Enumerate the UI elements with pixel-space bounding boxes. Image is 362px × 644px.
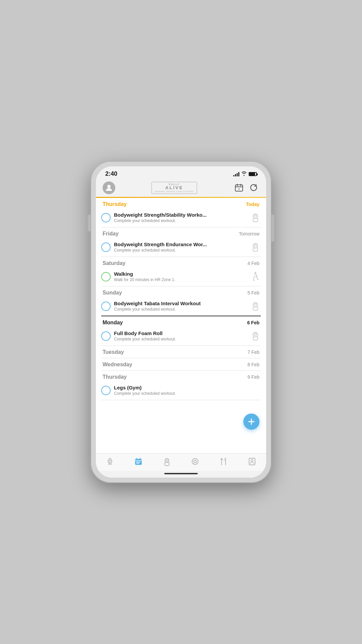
wifi-icon <box>241 171 247 177</box>
food-icon <box>220 458 227 468</box>
svg-point-30 <box>166 460 168 462</box>
walking-icon <box>250 271 261 282</box>
workout-subtitle: Complete your scheduled workout. <box>114 307 247 312</box>
day-header: Tuesday 7 Feb <box>96 346 266 357</box>
workout-item[interactable]: Bodyweight Strength/Stability Worko... C… <box>96 209 266 226</box>
tab-item-achievements[interactable] <box>181 456 209 470</box>
kettlebell-icon <box>250 301 261 312</box>
kettlebell-icon <box>250 331 261 341</box>
svg-point-10 <box>255 272 256 273</box>
day-name: Saturday <box>103 260 125 266</box>
day-date: 9 Feb <box>247 374 259 380</box>
day-section-thursday-9feb: Thursday 9 Feb Legs (Gym) Complete your … <box>96 371 266 400</box>
tab-item-kettlebell[interactable] <box>153 456 181 470</box>
day-divider <box>101 400 261 400</box>
svg-point-12 <box>254 304 256 306</box>
svg-point-29 <box>165 459 169 463</box>
svg-point-7 <box>254 215 256 217</box>
star-icon <box>191 458 199 468</box>
day-name: Wednesday <box>103 362 132 368</box>
workout-title: Bodyweight Strength/Stability Worko... <box>114 212 247 218</box>
workout-item[interactable]: Legs (Gym) Complete your scheduled worko… <box>96 382 266 399</box>
header-actions: T <box>233 182 259 194</box>
tab-item-calendar[interactable] <box>124 456 153 470</box>
checkbox-circle[interactable] <box>101 243 111 252</box>
workout-item[interactable]: Bodyweight Tabata Interval Workout Compl… <box>96 298 266 315</box>
avatar[interactable] <box>103 181 115 194</box>
day-header: Thursday Today <box>96 198 266 209</box>
calendar-tab-icon <box>134 458 142 468</box>
day-section-monday: Monday 6 Feb Full Body Foam Roll Complet… <box>96 316 266 346</box>
checkbox-circle[interactable] <box>101 213 111 222</box>
day-header: Sunday 5 Feb <box>96 286 266 298</box>
day-date: 5 Feb <box>247 290 259 296</box>
day-header: Friday Tomorrow <box>96 227 266 239</box>
day-section-sunday: Sunday 5 Feb Bodyweight Tabata Interval … <box>96 286 266 316</box>
checkbox-circle[interactable] <box>101 302 111 311</box>
signal-bars-icon <box>233 172 239 176</box>
app-header: FULLY ALIVE PERSONAL TRAINING & HEALTH S… <box>96 179 266 197</box>
checkbox-circle[interactable] <box>101 272 111 281</box>
workout-subtitle: Walk for 20 minutes in HR Zone 1. <box>114 277 247 282</box>
calendar-button[interactable]: T <box>233 182 245 194</box>
status-icons <box>233 171 257 177</box>
status-bar: 2:40 <box>96 166 266 179</box>
workout-title: Full Body Foam Roll <box>114 330 247 336</box>
kettlebell-tab-icon <box>163 458 171 468</box>
day-date: 6 Feb <box>247 320 259 325</box>
day-name: Thursday <box>103 201 127 207</box>
add-button[interactable] <box>243 414 259 430</box>
svg-point-11 <box>253 303 258 307</box>
svg-point-37 <box>251 460 253 462</box>
svg-text:T: T <box>238 188 240 191</box>
day-header: Thursday 9 Feb <box>96 371 266 382</box>
tab-bar <box>96 453 266 471</box>
workout-item[interactable]: Full Body Foam Roll Complete your schedu… <box>96 328 266 345</box>
tab-item-contacts[interactable] <box>238 456 266 470</box>
home-bar <box>164 473 198 474</box>
contacts-icon <box>248 458 256 468</box>
checkbox-circle[interactable] <box>101 386 111 395</box>
workout-title: Walking <box>114 271 247 277</box>
kettlebell-icon <box>250 242 261 253</box>
day-date: 4 Feb <box>247 261 259 266</box>
content-area[interactable]: Thursday Today Bodyweight Strength/Stabi… <box>96 198 266 453</box>
svg-point-14 <box>254 334 256 336</box>
day-header: Monday 6 Feb <box>96 316 266 328</box>
workout-title: Legs (Gym) <box>114 385 247 390</box>
svg-point-18 <box>109 460 111 462</box>
tab-item-food[interactable] <box>209 456 238 470</box>
checkbox-circle[interactable] <box>101 331 111 341</box>
tab-item-rocket[interactable] <box>96 456 124 470</box>
day-section-thursday-today: Thursday Today Bodyweight Strength/Stabi… <box>96 198 266 227</box>
svg-rect-28 <box>138 463 139 464</box>
day-section-wednesday: Wednesday 8 Feb <box>96 358 266 371</box>
workout-subtitle: Complete your scheduled workout. <box>114 248 247 253</box>
day-name: Sunday <box>103 290 122 296</box>
day-section-friday: Friday Tomorrow Bodyweight Strength Endu… <box>96 227 266 257</box>
svg-point-6 <box>253 214 258 219</box>
workout-subtitle: Complete your scheduled workout. <box>114 391 247 396</box>
phone-screen: 2:40 <box>96 166 266 478</box>
home-indicator <box>96 471 266 478</box>
workout-item[interactable]: Walking Walk for 20 minutes in HR Zone 1… <box>96 268 266 285</box>
phone-frame: 2:40 <box>90 161 272 483</box>
day-name: Friday <box>103 231 119 237</box>
day-section-tuesday: Tuesday 7 Feb <box>96 346 266 358</box>
workout-subtitle: Complete your scheduled workout. <box>114 337 247 341</box>
workout-item[interactable]: Bodyweight Strength Endurance Wor... Com… <box>96 239 266 256</box>
day-header: Wednesday 8 Feb <box>96 358 266 370</box>
day-header: Saturday 4 Feb <box>96 257 266 268</box>
day-date: Today <box>246 202 259 207</box>
day-name: Thursday <box>103 374 127 380</box>
rocket-icon <box>106 458 114 468</box>
day-section-saturday: Saturday 4 Feb Walking Walk for 20 minut… <box>96 257 266 286</box>
battery-icon <box>249 172 257 176</box>
refresh-button[interactable] <box>248 182 259 194</box>
svg-point-15 <box>253 387 258 391</box>
svg-point-8 <box>253 244 258 248</box>
day-date: 8 Feb <box>247 362 259 367</box>
app-logo: FULLY ALIVE PERSONAL TRAINING & HEALTH S… <box>152 182 197 194</box>
workout-title: Bodyweight Strength Endurance Wor... <box>114 241 247 247</box>
day-name: Tuesday <box>103 349 124 355</box>
